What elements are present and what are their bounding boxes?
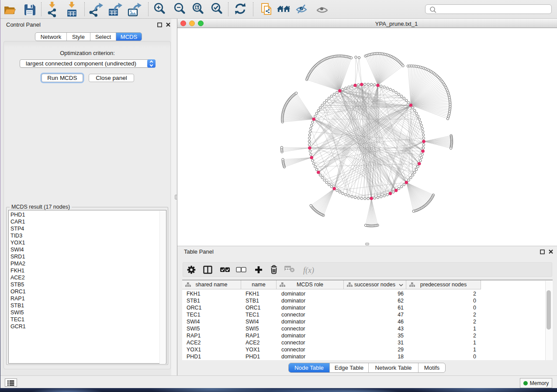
svg-text:f(x): f(x) [303, 266, 314, 275]
